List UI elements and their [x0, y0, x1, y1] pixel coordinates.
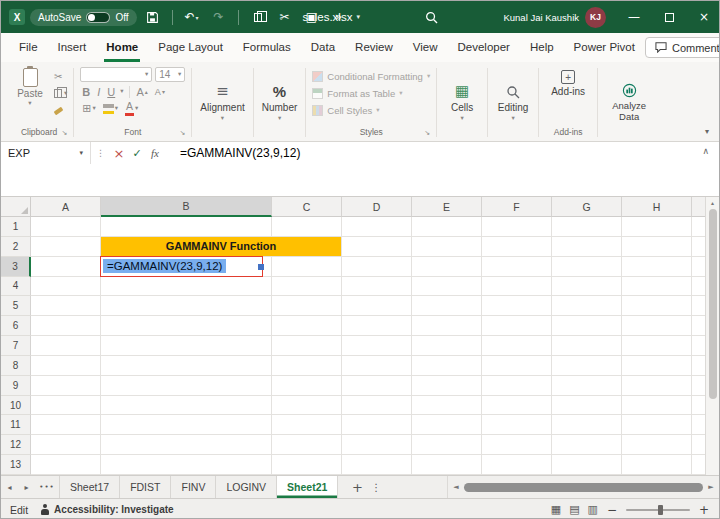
tab-view[interactable]: View — [403, 33, 448, 62]
grid-cell[interactable] — [101, 217, 272, 237]
grid-cell[interactable] — [412, 277, 482, 297]
vertical-scrollbar[interactable]: ▴ — [705, 197, 719, 475]
redo-button[interactable]: ↷ — [208, 5, 230, 29]
comments-button[interactable]: Comments — [645, 37, 720, 58]
sheet-nav-left[interactable]: ◂ — [1, 476, 18, 498]
font-dialog-launcher[interactable]: ↘ — [179, 129, 185, 137]
analyze-data-button[interactable]: Analyze Data — [600, 64, 658, 141]
clipboard-dialog-launcher[interactable]: ↘ — [61, 129, 67, 137]
grid-cell[interactable] — [31, 396, 101, 416]
grid-cell[interactable] — [622, 257, 692, 277]
col-header-e[interactable]: E — [412, 197, 482, 217]
zoom-slider[interactable] — [626, 509, 690, 511]
grid-cell[interactable] — [272, 435, 342, 455]
sheet-nav-right[interactable]: ▸ — [18, 476, 35, 498]
close-button[interactable]: × — [689, 1, 719, 33]
grid-cell[interactable] — [552, 277, 622, 297]
grid-cell[interactable] — [482, 257, 552, 277]
row-header-4[interactable]: 4 — [1, 277, 31, 297]
grid-cell[interactable] — [552, 217, 622, 237]
zoom-slider-thumb[interactable] — [658, 505, 663, 515]
fill-color-button[interactable]: ▾ — [101, 104, 120, 114]
grid-cell[interactable] — [342, 237, 412, 257]
row-header-1[interactable]: 1 — [1, 217, 31, 237]
grid-cell[interactable] — [272, 356, 342, 376]
grid-cell[interactable] — [482, 336, 552, 356]
scroll-up-arrow[interactable]: ▴ — [711, 199, 714, 206]
grid-cell[interactable] — [482, 455, 552, 475]
grid-cell[interactable] — [622, 296, 692, 316]
grid-cell[interactable] — [101, 376, 272, 396]
sheet-overflow-button[interactable]: ••• — [35, 476, 59, 498]
font-color-button[interactable]: A▾ — [123, 101, 140, 116]
grid-cell[interactable] — [482, 435, 552, 455]
cell-B3-editing[interactable]: =GAMMAINV(23,9,12) — [101, 257, 272, 277]
grid-cell[interactable] — [412, 217, 482, 237]
sheet-tab-loginv[interactable]: LOGINV — [216, 476, 277, 498]
grid-cell[interactable] — [552, 257, 622, 277]
grid-cell[interactable] — [272, 217, 342, 237]
formula-input[interactable]: =GAMMAINV(23,9,12) — [180, 146, 300, 160]
copy-button[interactable] — [247, 5, 269, 29]
grid-cell[interactable] — [412, 237, 482, 257]
row-header-5[interactable]: 5 — [1, 296, 31, 316]
grid-cell[interactable] — [482, 296, 552, 316]
grid-cell[interactable] — [342, 336, 412, 356]
grid-cell[interactable] — [272, 316, 342, 336]
grid-cell[interactable] — [622, 336, 692, 356]
grid-cell[interactable] — [412, 455, 482, 475]
grid-cell[interactable] — [272, 277, 342, 297]
accessibility-status[interactable]: Accessibility: Investigate — [40, 504, 174, 515]
grid-cell[interactable] — [101, 336, 272, 356]
format-painter-button[interactable] — [54, 104, 67, 117]
grid-cell[interactable] — [412, 296, 482, 316]
grid-cell[interactable] — [482, 277, 552, 297]
grid-cell[interactable] — [31, 257, 101, 277]
grid-cell[interactable] — [31, 455, 101, 475]
grid-cell[interactable] — [342, 455, 412, 475]
grid-cell[interactable] — [552, 455, 622, 475]
grid-cell[interactable] — [552, 356, 622, 376]
grid-cell[interactable] — [272, 296, 342, 316]
grid-cell[interactable] — [622, 277, 692, 297]
row-header-11[interactable]: 11 — [1, 415, 31, 435]
grid-cell[interactable] — [552, 435, 622, 455]
collapse-formula-bar-button[interactable]: ∧ — [702, 146, 709, 156]
new-sheet-button[interactable]: + — [346, 476, 368, 498]
excel-app-icon[interactable]: X — [9, 9, 25, 25]
cell-B2-merged-title[interactable]: GAMMAINV Function — [101, 237, 342, 257]
col-header-a[interactable]: A — [31, 197, 101, 217]
grid-cell[interactable] — [31, 376, 101, 396]
grid-cell[interactable] — [31, 356, 101, 376]
grid-cell[interactable] — [272, 396, 342, 416]
grid-cell[interactable] — [342, 257, 412, 277]
borders-button[interactable]: ⊞▾ — [80, 102, 97, 115]
scroll-left-arrow[interactable]: ◄ — [451, 483, 461, 491]
grid-cell[interactable] — [412, 336, 482, 356]
grid-cell[interactable] — [622, 396, 692, 416]
horizontal-scrollbar[interactable]: ◄ ► — [447, 476, 719, 498]
col-header-c[interactable]: C — [272, 197, 342, 217]
insert-function-button[interactable]: fx — [146, 147, 164, 159]
grid-cell[interactable] — [412, 415, 482, 435]
grid-cell[interactable] — [342, 217, 412, 237]
grid-cell[interactable] — [272, 257, 342, 277]
sheet-tab-fdist[interactable]: FDIST — [120, 476, 171, 498]
grid-cell[interactable] — [101, 296, 272, 316]
grid-cell[interactable] — [552, 396, 622, 416]
row-header-8[interactable]: 8 — [1, 356, 31, 376]
grid-cell[interactable] — [412, 396, 482, 416]
sheet-options-button[interactable]: ⋮ — [368, 476, 384, 498]
grid-cell[interactable] — [412, 376, 482, 396]
row-header-3[interactable]: 3 — [1, 257, 31, 277]
row-header-12[interactable]: 12 — [1, 435, 31, 455]
namebox-resize-handle[interactable]: ⋮ — [91, 148, 110, 158]
grid-cell[interactable] — [342, 415, 412, 435]
grid-cell[interactable] — [31, 316, 101, 336]
tab-formulas[interactable]: Formulas — [233, 33, 301, 62]
grid-cell[interactable] — [272, 336, 342, 356]
grid-cell[interactable] — [622, 237, 692, 257]
grid-cell[interactable] — [272, 415, 342, 435]
grid-cell[interactable] — [342, 376, 412, 396]
italic-button[interactable]: I — [95, 86, 102, 98]
